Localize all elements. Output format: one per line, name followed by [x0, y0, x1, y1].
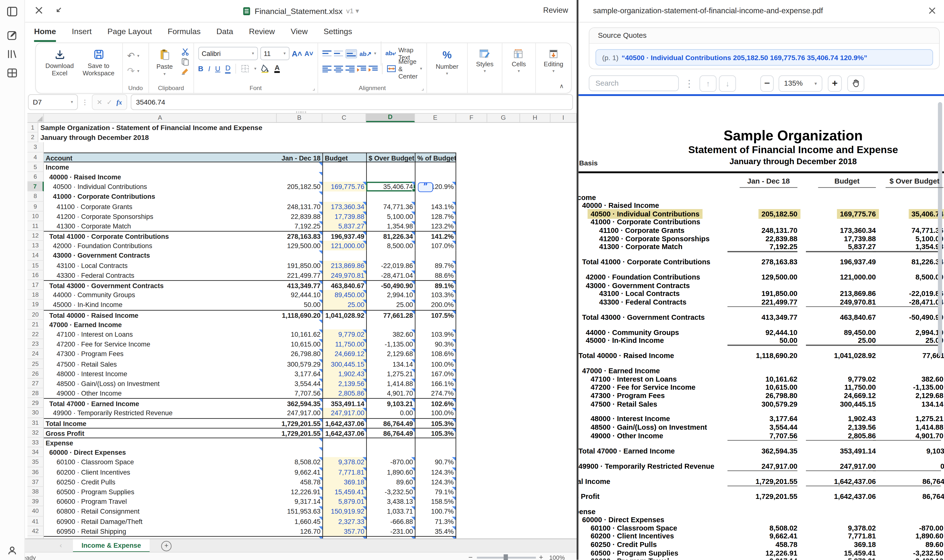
row-header-8[interactable]: 8 — [27, 192, 44, 202]
cell-H13[interactable] — [520, 241, 551, 251]
cell-I30[interactable] — [551, 408, 577, 418]
cell-F24[interactable] — [456, 349, 487, 359]
cell-A19[interactable]: 45000 · In-Kind Income — [44, 300, 277, 310]
cell-D20[interactable]: 77,661.28 — [366, 310, 415, 320]
cell-G19[interactable] — [487, 300, 520, 310]
cell-C34[interactable] — [322, 448, 366, 457]
alignment-dialog-launcher-icon[interactable]: ⌟ — [421, 85, 424, 91]
cell-F7[interactable] — [456, 182, 487, 192]
cell-E24[interactable]: 108.6% — [415, 349, 456, 359]
cell-B11[interactable]: 7,192.25 — [277, 221, 322, 231]
cell-C38[interactable]: 15,459.41 — [322, 487, 366, 497]
cell-A3[interactable] — [44, 143, 277, 152]
cell-A15[interactable]: 43100 · Local Contracts — [44, 261, 277, 271]
cell-G28[interactable] — [487, 388, 520, 398]
cell-C14[interactable] — [322, 251, 366, 261]
cell-G18[interactable] — [487, 290, 520, 300]
cell-C2[interactable] — [398, 132, 428, 142]
cell-F3[interactable] — [456, 143, 487, 152]
cell-B34[interactable] — [277, 448, 322, 457]
cell-B15[interactable]: 191,850.00 — [277, 261, 322, 271]
cell-I4[interactable] — [551, 152, 577, 162]
pan-tool-button[interactable] — [847, 75, 864, 92]
cell-D40[interactable]: 1,033.71 — [366, 506, 415, 516]
cell-D26[interactable]: 1,275.21 — [366, 369, 415, 378]
cell-F6[interactable] — [456, 172, 487, 182]
cell-E19[interactable]: 200.0% — [415, 300, 456, 310]
row-header-13[interactable]: 13 — [27, 241, 44, 251]
cell-E8[interactable] — [415, 192, 456, 202]
cell-I29[interactable] — [551, 398, 577, 408]
cell-A16[interactable]: 43300 · Federal Contracts — [44, 271, 277, 280]
row-header-40[interactable]: 40 — [27, 506, 44, 516]
cell-H1[interactable] — [536, 123, 558, 132]
cell-I1[interactable] — [558, 123, 577, 132]
cell-F8[interactable] — [456, 192, 487, 202]
cell-G16[interactable] — [487, 271, 520, 280]
cell-A22[interactable]: 47100 · Interest on Loans — [44, 329, 277, 339]
cell-G7[interactable] — [487, 182, 520, 192]
ribbon-tab-formulas[interactable]: Formulas — [168, 27, 201, 42]
cell-F38[interactable] — [456, 487, 487, 497]
cell-G13[interactable] — [487, 241, 520, 251]
cell-E21[interactable] — [415, 320, 456, 329]
review-button[interactable]: Review — [543, 6, 568, 15]
cell-H38[interactable] — [520, 487, 551, 497]
cell-H10[interactable] — [520, 211, 551, 221]
cell-B3[interactable] — [277, 143, 322, 152]
cell-E39[interactable]: 158.5% — [415, 497, 456, 506]
cell-C29[interactable]: 353,491.14 — [322, 398, 366, 408]
row-header-27[interactable]: 27 — [27, 378, 44, 388]
cell-D7[interactable]: 35,406.74 — [366, 182, 415, 192]
cell-F14[interactable] — [456, 251, 487, 261]
font-size-select[interactable]: 11▾ — [260, 47, 289, 60]
cell-B14[interactable] — [277, 251, 322, 261]
cell-F35[interactable] — [456, 457, 487, 467]
cell-G5[interactable] — [487, 162, 520, 172]
borders-button[interactable] — [241, 65, 250, 73]
cell-H12[interactable] — [520, 231, 551, 241]
cell-E30[interactable]: 100.0% — [415, 408, 456, 418]
align-bottom-icon[interactable] — [346, 49, 357, 58]
cell-A6[interactable]: 40000 · Raised Income — [44, 172, 277, 182]
cell-D23[interactable]: -1,135.00 — [366, 339, 415, 349]
cell-G12[interactable] — [487, 231, 520, 241]
cell-A23[interactable]: 47200 · Fee for Service Income — [44, 339, 277, 349]
row-header-18[interactable]: 18 — [27, 290, 44, 300]
row-header-20[interactable]: 20 — [27, 310, 44, 320]
cell-F23[interactable] — [456, 339, 487, 349]
cell-D24[interactable]: 2,129.68 — [366, 349, 415, 359]
cell-I7[interactable] — [551, 182, 577, 192]
cell-G30[interactable] — [487, 408, 520, 418]
cell-G24[interactable] — [487, 349, 520, 359]
cell-H42[interactable] — [520, 526, 551, 536]
find-previous-button[interactable]: ↑ — [699, 75, 716, 92]
cell-G14[interactable] — [487, 251, 520, 261]
collapse-ribbon-icon[interactable]: ∧ — [560, 83, 564, 89]
row-header-32[interactable]: 32 — [27, 428, 44, 437]
cell-E26[interactable]: 167.0% — [415, 369, 456, 378]
cell-B41[interactable]: 1,660.45 — [277, 516, 322, 526]
cell-F32[interactable] — [456, 428, 487, 437]
cell-C40[interactable]: 150,919.92 — [322, 506, 366, 516]
cell-A42[interactable]: 60950 · Retail Shipping — [44, 526, 277, 536]
increase-indent-icon[interactable] — [369, 65, 378, 72]
cell-B35[interactable]: 8,508.02 — [277, 457, 322, 467]
cell-I34[interactable] — [551, 448, 577, 457]
cell-E38[interactable]: 79.1% — [415, 487, 456, 497]
cell-C8[interactable] — [322, 192, 366, 202]
cell-F18[interactable] — [456, 290, 487, 300]
cell-G32[interactable] — [487, 428, 520, 437]
cell-G38[interactable] — [487, 487, 520, 497]
quote-source-badge[interactable]: ” — [418, 182, 433, 192]
cell-F42[interactable] — [456, 526, 487, 536]
cell-D1[interactable] — [428, 123, 462, 132]
cell-G3[interactable] — [487, 143, 520, 152]
cell-F29[interactable] — [456, 398, 487, 408]
cell-A21[interactable]: 47000 · Earned Income — [44, 320, 277, 329]
cell-F37[interactable] — [456, 477, 487, 487]
cell-F33[interactable] — [456, 437, 487, 448]
cell-A1[interactable]: Sample Organization - Statement of Finan… — [39, 123, 366, 132]
cell-E43[interactable]: 100.8% — [415, 536, 456, 538]
cell-G43[interactable] — [487, 536, 520, 538]
